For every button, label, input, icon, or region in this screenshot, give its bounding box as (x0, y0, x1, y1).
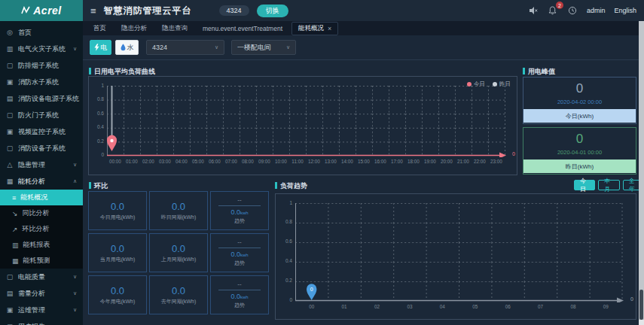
water-filter-button[interactable]: 水 (115, 40, 139, 55)
load-curve-chart[interactable]: 今日 昨日 1 0.8 0.6 0.4 0.2 0 (88, 76, 517, 175)
ring-value: 0.0 (172, 201, 185, 212)
sidebar-item-label: 电能质量 (18, 272, 45, 282)
tab-hazard-query[interactable]: 隐患查询 (156, 23, 194, 35)
sidebar-item-label: 消防水子系统 (18, 77, 59, 87)
module-icon: ▢ (6, 111, 14, 119)
y-tick: 0.8 (90, 96, 104, 102)
sidebar-item-fire-equipment[interactable]: ▢ 消防设备子系统 (0, 140, 83, 156)
ring-label: 趋势 (234, 302, 245, 309)
sidebar-item-energy-analysis[interactable]: ▦ 能耗分析 ∧ (0, 173, 83, 190)
trend-up-icon: ↗ (12, 226, 18, 233)
divider (218, 205, 261, 206)
header-actions: 2 admin English (528, 5, 636, 16)
ring-label: 昨日同期(kWh) (161, 214, 197, 221)
acrel-logo-icon (21, 6, 30, 15)
collapse-menu-icon[interactable]: ≡ (90, 5, 96, 17)
grid-icon: ▤ (6, 290, 14, 297)
sidebar-item-label: 能耗分析 (18, 177, 45, 187)
sidebar-item-video-monitor[interactable]: ▣ 视频监控子系统 (0, 123, 83, 140)
user-menu[interactable]: admin (587, 7, 606, 14)
forecast-icon: ▦ (12, 257, 19, 265)
sidebar-item-hazard-mgmt[interactable]: △ 隐患管理 ∨ (0, 156, 83, 173)
peak-title: 用电峰值 (523, 67, 555, 77)
room-select[interactable]: 一楼配电间 ∨ (231, 40, 296, 55)
sidebar-item-fire-water[interactable]: ▣ 消防水子系统 (0, 74, 83, 90)
sidebar-item-label: 视频监控子系统 (18, 127, 66, 137)
sidebar-subitem-energy-forecast[interactable]: ▦ 能耗预测 (0, 253, 83, 269)
peak-today-date: 2020-04-02 00:00 (523, 96, 636, 109)
scrollbar-corner (639, 320, 644, 325)
ring-label: 今年用电(kWh) (100, 298, 136, 305)
sidebar-subitem-label: 能耗概况 (20, 193, 47, 202)
water-filter-label: 水 (127, 43, 134, 53)
ring-card-year-usage: 0.0 今年用电(kWh) (88, 275, 147, 314)
bell-icon[interactable]: 2 (548, 5, 558, 16)
sidebar-item-home[interactable]: ◎ 首页 (0, 24, 83, 41)
sidebar-subitem-energy-overview[interactable]: ≡ 能耗概况 (0, 190, 83, 205)
tab-energy-overview[interactable]: 能耗概况 × (291, 22, 338, 35)
main-column: ≡ 智慧消防管理云平台 4324 切换 2 admin English (83, 0, 644, 325)
ring-card-year-trend: -- 0.0kwh 趋势 (210, 275, 269, 314)
sidebar-subitem-mom-analysis[interactable]: ↗ 环比分析 (0, 221, 83, 237)
ring-card-today-usage: 0.0 今日用电(kWh) (88, 191, 147, 230)
sidebar-item-electrical-fire[interactable]: ▥ 电气火灾子系统 ∨ (0, 41, 83, 57)
tab-home[interactable]: 首页 (87, 23, 112, 35)
sidebar-item-label: 防排烟子系统 (18, 61, 59, 71)
sidebar-item-fire-door[interactable]: ▢ 防火门子系统 (0, 107, 83, 123)
y-tick: 0.6 (90, 111, 104, 116)
ring-label: 趋势 (234, 217, 245, 225)
ring-card-lastmonth-usage: 0.0 上月同期(kWh) (149, 233, 208, 272)
module-icon: ▣ (6, 78, 14, 86)
sidebar-subitem-label: 能耗报表 (23, 240, 50, 250)
peak-today-label: 今日(kWh) (523, 109, 636, 123)
mute-icon[interactable] (528, 5, 539, 16)
module-icon: ▢ (6, 273, 14, 281)
trend-month-button[interactable]: 本月 (598, 180, 619, 190)
switch-station-button[interactable]: 切换 (257, 5, 288, 17)
module-icon: ▢ (6, 62, 14, 69)
tab-hazard-analysis[interactable]: 隐患分析 (115, 23, 153, 35)
station-id-badge: 4324 (219, 5, 249, 16)
ring-label: 今日用电(kWh) (100, 214, 136, 221)
notification-badge: 2 (556, 2, 563, 9)
electric-filter-button[interactable]: 电 (90, 40, 111, 55)
trend-marker-value: 0 (310, 287, 313, 292)
electric-filter-label: 电 (101, 43, 108, 53)
ring-value: 0.0 (111, 243, 124, 254)
sidebar-item-equipment-power[interactable]: ▤ 消防设备电源子系统 (0, 90, 83, 107)
page-content: 电 水 4324 ∨ 一楼配电间 ∨ 日用电平均负荷曲线 用电峰值 环比 (83, 35, 644, 325)
divider (218, 290, 261, 290)
chevron-down-icon: ∨ (215, 44, 218, 50)
sidebar-item-label: 用户报告 (18, 322, 45, 325)
sidebar-subitem-energy-report[interactable]: ▥ 能耗报表 (0, 237, 83, 253)
chevron-down-icon: ∨ (73, 307, 77, 313)
sidebar-subitem-yoy-analysis[interactable]: ↘ 同比分析 (0, 205, 83, 221)
sidebar-item-user-report[interactable]: ▢ 用户报告 (0, 318, 83, 325)
sidebar-item-ops-mgmt[interactable]: ▣ 运维管理 ∨ (0, 302, 83, 318)
load-trend-chart[interactable]: 1 0.8 0.6 0.4 0.2 0 (275, 193, 636, 320)
scrollbar-thumb[interactable] (639, 290, 643, 320)
tab-event-treatment[interactable]: menu.event.eventTreatment (197, 23, 288, 34)
sidebar-menu: ◎ 首页 ▥ 电气火灾子系统 ∨ ▢ 防排烟子系统 ▣ 消防水子系统 ▤ 消防设… (0, 21, 83, 325)
open-tabs-bar: 首页 隐患分析 隐患查询 menu.event.eventTreatment 能… (83, 21, 644, 35)
sidebar-item-demand-analysis[interactable]: ▤ 需量分析 ∨ (0, 285, 83, 302)
clock-icon[interactable] (567, 5, 578, 16)
chevron-down-icon: ∨ (73, 290, 77, 296)
vertical-scrollbar[interactable] (639, 21, 644, 320)
trend-period-buttons: 今日 本月 全年 (574, 180, 644, 190)
trend-today-button[interactable]: 今日 (574, 180, 595, 190)
brand-logo[interactable]: Acrel (0, 0, 83, 21)
sidebar-item-power-quality[interactable]: ▢ 电能质量 ∨ (0, 269, 83, 285)
chart-icon: ▥ (6, 45, 14, 53)
language-toggle[interactable]: English (614, 7, 636, 14)
y-tick: 0.4 (279, 258, 292, 263)
peak-today-value: 0 (523, 77, 636, 96)
sidebar-subitem-label: 环比分析 (23, 224, 50, 234)
peak-yesterday-date: 2020-04-01 00:00 (523, 147, 636, 159)
station-select[interactable]: 4324 ∨ (146, 40, 224, 55)
sidebar-item-smoke-control[interactable]: ▢ 防排烟子系统 (0, 57, 83, 74)
lightning-icon (94, 44, 99, 51)
close-icon[interactable]: × (328, 25, 331, 32)
y-tick: 0 (279, 297, 292, 302)
trend-top-value: -- (237, 196, 241, 203)
